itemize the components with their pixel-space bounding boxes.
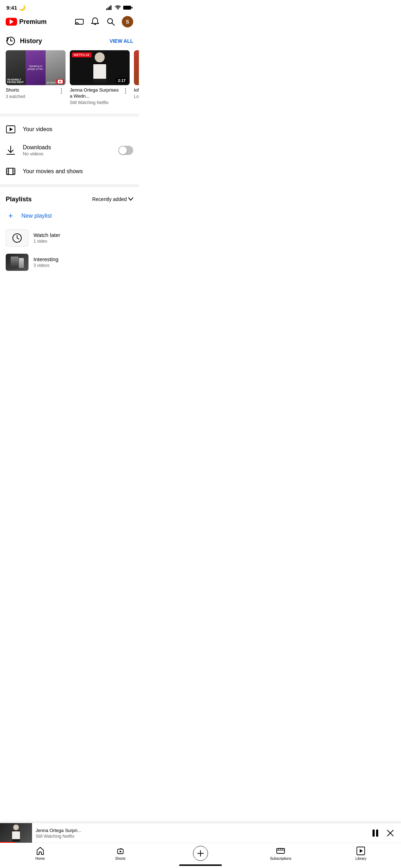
interesting-name: Interesting <box>33 256 133 262</box>
history-card-lofi[interactable]: lofi hip hop beats Lofi Girl <box>134 50 139 105</box>
new-playlist-label: New playlist <box>21 213 52 219</box>
svg-marker-15 <box>10 128 13 131</box>
watch-later-count: 1 video <box>33 239 133 244</box>
downloads-label: Downloads <box>23 144 111 151</box>
downloads-toggle-area <box>118 146 133 155</box>
svg-rect-6 <box>75 19 83 24</box>
app-header: Premium S <box>0 13 139 32</box>
signal-icon <box>106 5 113 10</box>
svg-rect-3 <box>110 5 111 10</box>
playlist-item-watch-later[interactable]: Watch later 1 video <box>0 226 139 250</box>
lofi-thumbnail <box>134 50 139 85</box>
clock-icon <box>12 233 22 243</box>
svg-line-9 <box>112 23 115 26</box>
interesting-thumbnail <box>6 254 28 271</box>
watch-later-thumbnail <box>6 229 28 247</box>
search-button[interactable] <box>106 17 115 26</box>
shorts-logo-overlay <box>56 79 64 84</box>
new-playlist-button[interactable]: + New playlist <box>0 206 139 226</box>
jenna-card-info: Jenna Ortega Surprises a Wedn... Still W… <box>70 87 130 105</box>
duration-badge: 2:17 <box>116 78 127 83</box>
watch-later-info: Watch later 1 video <box>33 232 133 244</box>
toggle-knob <box>119 146 127 154</box>
svg-rect-0 <box>106 9 107 10</box>
shorts-card-title: Shorts <box>6 87 57 93</box>
section-divider-2 <box>0 184 139 187</box>
history-scroll: I'M BARELY PAYING RENT Speaking of peopl… <box>0 50 139 105</box>
jenna-card-sub: Still Watching Netflix <box>70 100 121 105</box>
shorts-thumb-1: I'M BARELY PAYING RENT <box>6 50 26 85</box>
netflix-badge: NETFLIX <box>72 52 92 57</box>
header-actions: S <box>75 16 133 27</box>
your-videos-label: Your videos <box>23 126 133 133</box>
shorts-logo-small <box>58 80 63 83</box>
shorts-card-info: Shorts 3 watched <box>6 87 66 99</box>
wifi-icon <box>115 5 121 10</box>
history-title-area: History <box>6 36 42 46</box>
history-card-jenna[interactable]: NETFLIX 2:17 Jenna Ortega Surprises a We… <box>70 50 130 105</box>
downloads-item[interactable]: Downloads No videos <box>0 139 139 161</box>
more-dots-icon <box>125 88 126 94</box>
sort-label: Recently added <box>92 196 127 202</box>
movies-shows-icon <box>6 166 16 176</box>
logo-text: Premium <box>19 18 47 26</box>
movies-shows-label: Your movies and shows <box>23 168 133 175</box>
status-bar: 9:41 🌙 <box>0 0 139 13</box>
movies-shows-item[interactable]: Your movies and shows <box>0 161 139 181</box>
playlist-item-interesting[interactable]: Interesting 3 videos <box>0 250 139 274</box>
status-time: 9:41 🌙 <box>6 4 26 11</box>
moon-icon: 🌙 <box>19 4 26 11</box>
jenna-card-title: Jenna Ortega Surprises a Wedn... <box>70 87 121 99</box>
interesting-info: Interesting 3 videos <box>33 256 133 268</box>
jenna-thumbnail: NETFLIX 2:17 <box>70 50 130 85</box>
downloads-icon <box>6 145 16 155</box>
downloads-sub: No videos <box>23 151 111 156</box>
playlists-title: Playlists <box>6 196 32 203</box>
svg-rect-5 <box>131 7 132 9</box>
more-dots-icon <box>61 88 62 94</box>
shorts-thumb-2: Speaking of people on fire, <box>26 50 46 85</box>
watch-later-name: Watch later <box>33 232 133 238</box>
chevron-down-icon <box>128 197 133 201</box>
your-videos-item[interactable]: Your videos <box>0 119 139 139</box>
svg-rect-4 <box>123 6 131 10</box>
history-card-shorts[interactable]: I'M BARELY PAYING RENT Speaking of peopl… <box>6 50 66 105</box>
history-title: History <box>20 37 42 45</box>
lofi-card-title: lofi hip hop beats <box>134 87 139 93</box>
youtube-logo-icon <box>6 18 17 26</box>
history-header: History VIEW ALL <box>0 32 139 50</box>
status-icons <box>106 5 132 10</box>
your-videos-icon <box>6 124 16 134</box>
plus-icon: + <box>6 211 16 221</box>
logo: Premium <box>6 18 47 26</box>
jenna-more-button[interactable] <box>121 87 130 95</box>
shorts-thumbnail: I'M BARELY PAYING RENT Speaking of peopl… <box>6 50 66 85</box>
notifications-button[interactable] <box>90 17 100 26</box>
playlists-header: Playlists Recently added <box>0 190 139 206</box>
svg-rect-1 <box>108 7 109 10</box>
shorts-more-button[interactable] <box>57 87 66 95</box>
view-all-button[interactable]: VIEW ALL <box>110 38 133 44</box>
sort-button[interactable]: Recently added <box>92 196 133 202</box>
history-section: History VIEW ALL I'M BARELY PAYING RENT … <box>0 32 139 111</box>
shorts-card-sub: 3 watched <box>6 94 57 99</box>
interesting-count: 3 videos <box>33 263 133 268</box>
section-divider-1 <box>0 114 139 117</box>
lofi-card-sub: Lofi Girl <box>134 94 139 99</box>
avatar[interactable]: S <box>122 16 133 27</box>
downloads-toggle[interactable] <box>118 146 133 155</box>
svg-rect-2 <box>109 6 110 10</box>
history-icon <box>6 36 16 46</box>
battery-icon <box>123 5 132 10</box>
cast-button[interactable] <box>75 17 84 26</box>
lofi-card-info: lofi hip hop beats Lofi Girl <box>134 87 139 99</box>
